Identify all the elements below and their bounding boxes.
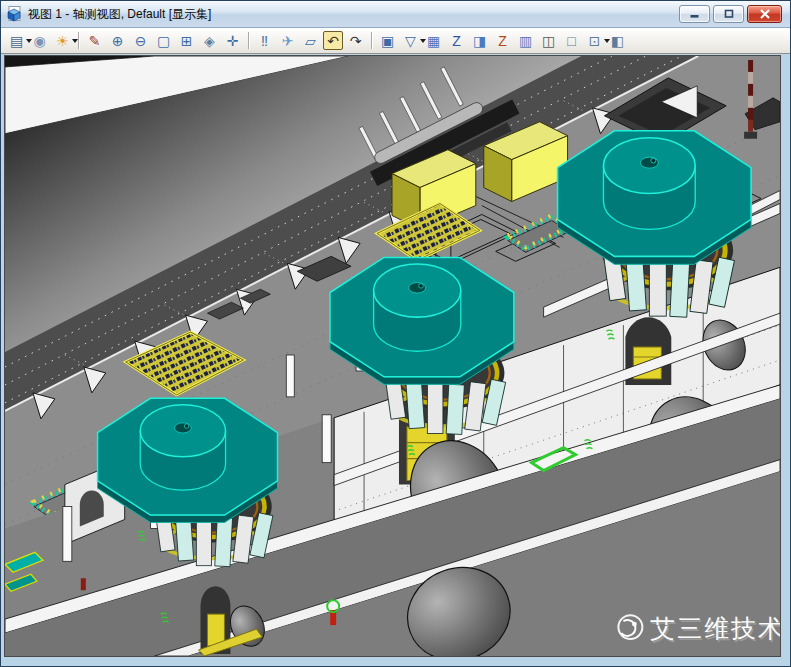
close-button[interactable] <box>747 5 782 23</box>
window-area-icon[interactable]: ▢ <box>153 31 174 51</box>
axonometric-scene: 艾三维技术 艾三维技术 <box>5 56 780 656</box>
view-previous-icon[interactable]: ↶ <box>323 31 343 50</box>
set-display-depth-icon[interactable]: Z <box>492 31 513 51</box>
pan-view-icon[interactable]: ✛ <box>222 31 243 51</box>
close-icon <box>759 9 771 19</box>
look-around-icon[interactable]: ⊡ <box>584 31 605 51</box>
minimize-icon <box>689 9 701 19</box>
view-window: 视图 1 - 轴测视图, Default [显示集] ▤◉☀✎⊕⊖▢⊞◈✛‼✈▱… <box>0 0 791 667</box>
zoom-out-icon[interactable]: ⊖ <box>130 31 151 51</box>
dropdown-caret-icon <box>72 39 78 43</box>
show-active-depth-icon[interactable]: ◨ <box>469 31 490 51</box>
watermark-text: 艾三维技术 <box>650 614 780 642</box>
rotate-view-icon[interactable]: ◈ <box>199 31 220 51</box>
view-next-icon[interactable]: ↷ <box>345 31 366 51</box>
view1-3d-viewport[interactable]: 艾三维技术 艾三维技术 <box>4 55 781 657</box>
view-toolbar: ▤◉☀✎⊕⊖▢⊞◈✛‼✈▱↶↷▣▽▦Z◨Z▥◫□⊡◧ <box>1 28 790 54</box>
update-view-icon[interactable]: ✎ <box>84 31 105 51</box>
navigate-view-icon[interactable]: ▱ <box>300 31 321 51</box>
restore-icon <box>723 9 735 19</box>
walk-icon[interactable]: ‼ <box>254 31 275 51</box>
clip-mask-icon[interactable]: ▦ <box>423 31 444 51</box>
window-controls <box>679 5 785 23</box>
view-attributes-icon[interactable]: ▤ <box>6 31 27 51</box>
adjust-brightness-icon[interactable]: ☀ <box>52 31 73 51</box>
copy-view-icon[interactable]: ▣ <box>377 31 398 51</box>
view-cube-icon[interactable]: □ <box>561 31 582 51</box>
restore-button[interactable] <box>713 5 744 23</box>
render-mode-icon[interactable]: ◧ <box>607 31 628 51</box>
fit-view-icon[interactable]: ⊞ <box>176 31 197 51</box>
toolbar-separator <box>78 32 79 49</box>
toolbar-separator <box>248 32 249 49</box>
clip-volume-icon[interactable]: ▽ <box>400 31 421 51</box>
set-active-depth-icon[interactable]: Z <box>446 31 467 51</box>
show-display-depth-icon[interactable]: ▥ <box>515 31 536 51</box>
zoom-in-icon[interactable]: ⊕ <box>107 31 128 51</box>
toolbar-separator <box>371 32 372 49</box>
camera-settings-icon[interactable]: ◫ <box>538 31 559 51</box>
window-title: 视图 1 - 轴测视图, Default [显示集] <box>28 6 211 23</box>
minimize-button[interactable] <box>679 5 710 23</box>
titlebar[interactable]: 视图 1 - 轴测视图, Default [显示集] <box>1 1 790 28</box>
display-style-icon[interactable]: ◉ <box>29 31 50 51</box>
view-cube-app-icon <box>6 6 22 22</box>
fly-icon[interactable]: ✈ <box>277 31 298 51</box>
